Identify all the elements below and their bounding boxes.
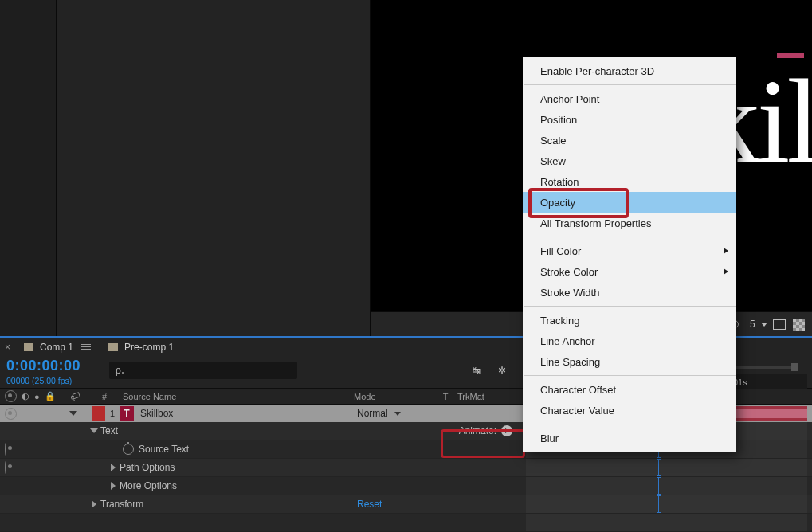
context-menu-item[interactable]: Anchor Point (523, 88, 736, 109)
context-menu-separator (524, 424, 736, 424)
tab-comp-1[interactable]: Comp 1 (18, 338, 97, 356)
context-menu-item[interactable]: Stroke Color (523, 261, 736, 282)
context-menu-item-label: Skew (540, 155, 566, 167)
animate-context-menu: Enable Per-character 3DAnchor PointPosit… (523, 57, 736, 452)
tab-label: Pre-comp 1 (124, 342, 174, 353)
submenu-arrow-icon (724, 248, 728, 254)
layer-color-label[interactable] (92, 406, 105, 421)
context-menu-item-label: Rotation (540, 176, 579, 188)
context-menu-item[interactable]: Line Spacing (523, 351, 736, 372)
mode-column-header[interactable]: Mode (354, 392, 433, 401)
visibility-toggle[interactable] (5, 461, 6, 474)
twirl-toggle[interactable] (90, 428, 98, 433)
context-menu-item[interactable]: All Transform Properties (523, 213, 736, 233)
text-baseline-marker (777, 53, 804, 58)
audio-column-icon[interactable]: ◐ (22, 391, 29, 401)
source-name-column-header[interactable]: Source Name (123, 392, 354, 401)
context-menu-separator (524, 306, 736, 307)
context-menu-item[interactable]: Position (523, 109, 736, 130)
text-layer-type-icon: T (120, 406, 134, 421)
context-menu-item[interactable]: Fill Color (523, 241, 736, 261)
stopwatch-icon[interactable] (123, 444, 134, 455)
visibility-toggle[interactable] (5, 408, 17, 420)
timecode-meta: 00000 (25.00 fps) (6, 376, 72, 385)
submenu-arrow-icon (724, 268, 728, 275)
context-menu-item[interactable]: Opacity (523, 192, 736, 213)
close-tab-button[interactable]: × (5, 342, 10, 353)
chevron-down-icon[interactable] (761, 323, 767, 327)
label-column-icon[interactable]: 🏷 (68, 389, 81, 404)
layer-twirl-toggle[interactable] (69, 411, 77, 416)
context-menu-item-label: All Transform Properties (540, 217, 651, 229)
context-menu-item[interactable]: Character Offset (523, 379, 736, 400)
twirl-toggle[interactable] (111, 482, 116, 490)
draft-3d-icon[interactable]: ✲ (495, 363, 509, 377)
video-column-icon[interactable] (5, 390, 17, 402)
transform-reset-link[interactable]: Reset (357, 499, 382, 510)
property-group-more-options[interactable]: More Options (0, 477, 812, 495)
context-menu-item-label: Enable Per-character 3D (540, 65, 654, 77)
layer-index: 1 (105, 409, 120, 418)
work-area-end-handle[interactable] (791, 363, 798, 371)
chevron-down-icon (394, 412, 401, 416)
context-menu-item-label: Position (540, 114, 577, 126)
project-panel-strip (0, 0, 57, 336)
context-menu-item[interactable]: Skew (523, 151, 736, 171)
context-menu-item-label: Stroke Width (540, 287, 599, 299)
context-menu-item-label: Stroke Color (540, 266, 598, 278)
context-menu-item-label: Blur (540, 432, 559, 444)
tab-label: Comp 1 (40, 342, 73, 353)
context-menu-separator (524, 375, 736, 376)
secondary-panel (57, 0, 371, 336)
context-menu-item-label: Tracking (540, 315, 579, 327)
twirl-toggle[interactable] (111, 464, 116, 471)
context-menu-item-label: Fill Color (540, 245, 581, 257)
layer-name[interactable]: Skillbox (140, 408, 173, 419)
context-menu-item[interactable]: Rotation (523, 171, 736, 192)
trkmat-column-header[interactable]: TrkMat (457, 392, 513, 401)
context-menu-item-label: Character Value (540, 405, 614, 417)
t-column-header: T (433, 392, 457, 401)
context-menu-item[interactable]: Enable Per-character 3D (523, 61, 736, 81)
tab-pre-comp-1[interactable]: Pre-comp 1 (102, 338, 180, 356)
timeline-search-input[interactable]: ρ․ (109, 362, 297, 379)
property-group-path-options[interactable]: Path Options (0, 459, 812, 477)
composition-icon (24, 343, 33, 351)
composition-icon (108, 343, 118, 351)
play-circle-icon (501, 425, 512, 436)
visibility-toggle[interactable] (5, 443, 6, 456)
context-menu-item-label: Opacity (540, 197, 575, 209)
context-menu-item[interactable]: Tracking (523, 310, 736, 331)
context-menu-item-label: Scale (540, 135, 567, 147)
empty-row (0, 514, 812, 532)
context-menu-item-label: Anchor Point (540, 93, 599, 105)
context-menu-item[interactable]: Stroke Width (523, 282, 736, 303)
shy-toggle-icon[interactable]: ↹ (469, 363, 484, 377)
context-menu-item-label: Line Anchor (540, 335, 595, 347)
current-timecode[interactable]: 0:00:00:00 (6, 358, 80, 374)
animate-menu-button[interactable]: Animate: (459, 425, 512, 436)
region-icon[interactable] (772, 319, 787, 330)
context-menu-item-label: Line Spacing (540, 356, 600, 368)
solo-column-icon[interactable]: ● (34, 392, 40, 401)
property-group-transform[interactable]: Transform Reset (0, 495, 812, 514)
tab-menu-icon[interactable] (81, 344, 91, 350)
context-menu-separator (524, 84, 736, 85)
context-menu-item[interactable]: Character Value (523, 400, 736, 421)
context-menu-item[interactable]: Scale (523, 130, 736, 151)
index-column-header: # (102, 392, 123, 401)
context-menu-item[interactable]: Blur (523, 428, 736, 448)
lock-column-icon[interactable]: 🔒 (45, 391, 56, 401)
context-menu-item-label: Character Offset (540, 384, 616, 396)
twirl-toggle[interactable] (92, 500, 96, 508)
blend-mode-select[interactable]: Normal (357, 408, 401, 419)
context-menu-separator (524, 237, 736, 237)
transparency-grid-icon[interactable] (791, 319, 806, 330)
context-menu-item[interactable]: Line Anchor (523, 331, 736, 351)
